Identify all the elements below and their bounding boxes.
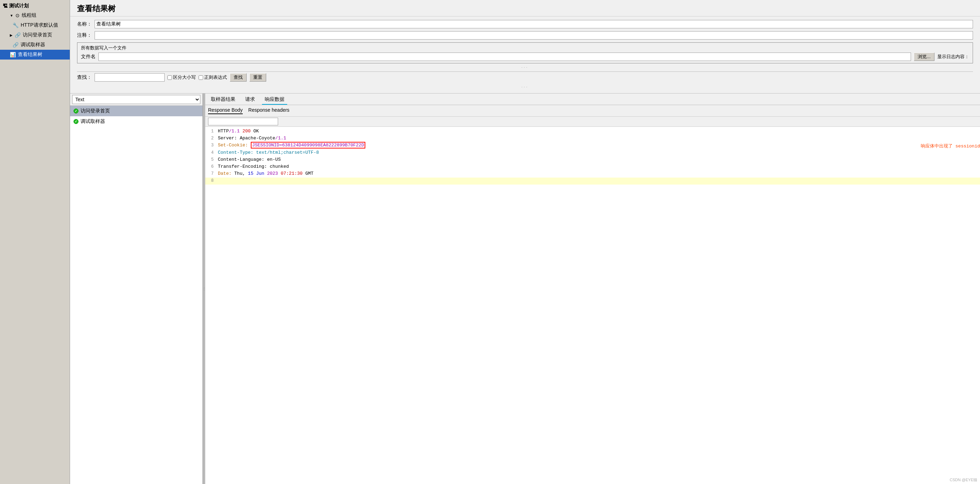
sample-list: 访问登录首页 调试取样器 [70,106,202,484]
case-sensitive-label[interactable]: 区分大小写 [167,74,196,81]
search-row: 查找： 区分大小写 正则表达式 查找 重置 [77,72,973,83]
name-label: 名称： [77,21,92,27]
response-line-2: 2 Server: Apache-Coyote/1.1 [205,135,980,142]
file-input[interactable] [99,53,911,61]
response-panel: 取样器结果 请求 响应数据 Response Body Response hea… [205,94,980,484]
response-line-8: 8 [205,178,980,185]
debug-icon: 🔗 [13,42,19,48]
case-sensitive-checkbox[interactable] [167,75,172,80]
chart-icon: 📊 [10,52,16,57]
separator-1: ··· [77,65,973,70]
sidebar-item-debug-sampler[interactable]: 🔗 调试取样器 [0,40,70,50]
file-row: 文件名 浏览... 显示日志内容： [81,53,969,61]
form-section: 名称： 注释： 所有数据写入一个文件 文件名 浏览... 显示日志内容： ···… [70,16,980,93]
page-title: 查看结果树 [70,0,980,16]
reset-button[interactable]: 重置 [250,73,266,81]
name-input[interactable] [95,20,973,29]
thread-icon: ⊙ [16,13,20,18]
tab-response-headers[interactable]: Response headers [248,107,290,114]
log-label: 显示日志内容： [937,54,969,60]
response-line-7: 7 Date: Thu, 15 Jun 2023 07:21:30 GMT [205,170,980,178]
result-tabs-row: 取样器结果 请求 响应数据 [205,94,980,105]
arrow-icon-2: ▶ [10,33,13,37]
browse-button[interactable]: 浏览... [914,53,934,61]
sidebar-item-visit-login[interactable]: ▶ 🔗 访问登录首页 [0,30,70,40]
success-icon [73,108,78,113]
file-group: 所有数据写入一个文件 文件名 浏览... 显示日志内容： [77,42,973,64]
success-icon-2 [73,119,78,124]
annotation-sessionid: 响应体中出现了 sessionid [921,143,980,149]
arrow-icon: ▼ [10,14,13,18]
regex-label[interactable]: 正则表达式 [199,74,227,81]
dropdown-row: Text RegExp Tester CSS/JQuery Tester XPa… [70,94,202,106]
separator-2: ··· [77,84,973,90]
response-body: 1 HTTP/1.1 200 OK 2 Server: Apache-Coyot… [205,127,980,484]
response-line-6: 6 Transfer-Encoding: chunked [205,164,980,170]
sidebar-item-thread-group[interactable]: ▼ ⊙ 线程组 [0,11,70,20]
link-icon: 🔗 [15,32,21,38]
comment-row: 注释： [77,31,973,40]
file-group-legend: 所有数据写入一个文件 [81,45,969,51]
sidebar-title: 🏗 测试计划 [0,2,70,11]
view-format-select[interactable]: Text RegExp Tester CSS/JQuery Tester XPa… [72,95,200,104]
sidebar: 🏗 测试计划 ▼ ⊙ 线程组 🔧 HTTP请求默认值 ▶ 🔗 访问登录首页 🔗 … [0,0,70,484]
response-line-4: 4 Content-Type: text/html;charset=UTF-8 [205,150,980,156]
response-line-1: 1 HTTP/1.1 200 OK [205,128,980,135]
response-sub-tabs: Response Body Response headers [205,105,980,116]
tab-response-body[interactable]: Response Body [208,107,243,114]
response-filter [205,116,980,127]
sidebar-item-http-defaults[interactable]: 🔧 HTTP请求默认值 [0,20,70,30]
response-line-5: 5 Content-Language: en-US [205,156,980,164]
search-label: 查找： [77,74,92,81]
regex-checkbox[interactable] [199,75,203,80]
wrench-icon: 🔧 [13,22,19,28]
tab-sampler-result[interactable]: 取样器结果 [208,95,238,105]
list-item[interactable]: 调试取样器 [70,116,202,127]
results-area: Text RegExp Tester CSS/JQuery Tester XPa… [70,93,980,484]
list-item[interactable]: 访问登录首页 [70,106,202,116]
response-line-3: 3 Set-Cookie: JSESSIONID=638124D4099098E… [205,142,980,150]
file-label: 文件名 [81,54,95,60]
plan-icon: 🏗 [3,3,8,9]
sidebar-item-view-results[interactable]: 📊 查看结果树 [0,50,70,59]
jsessionid-value: JSESSIONID=638124D4099098EA8222899B70F22… [251,142,366,148]
name-row: 名称： [77,20,973,29]
comment-input[interactable] [95,31,973,40]
comment-label: 注释： [77,32,92,38]
search-input[interactable] [95,73,165,81]
tab-request[interactable]: 请求 [242,95,258,105]
main-content: 查看结果树 名称： 注释： 所有数据写入一个文件 文件名 浏览... 显示日志内… [70,0,980,484]
watermark: CSDN @EYE猫 [950,478,977,482]
find-button[interactable]: 查找 [230,73,247,81]
tab-response-data[interactable]: 响应数据 [262,95,287,105]
response-filter-input[interactable] [208,118,278,126]
sample-panel: Text RegExp Tester CSS/JQuery Tester XPa… [70,94,203,484]
